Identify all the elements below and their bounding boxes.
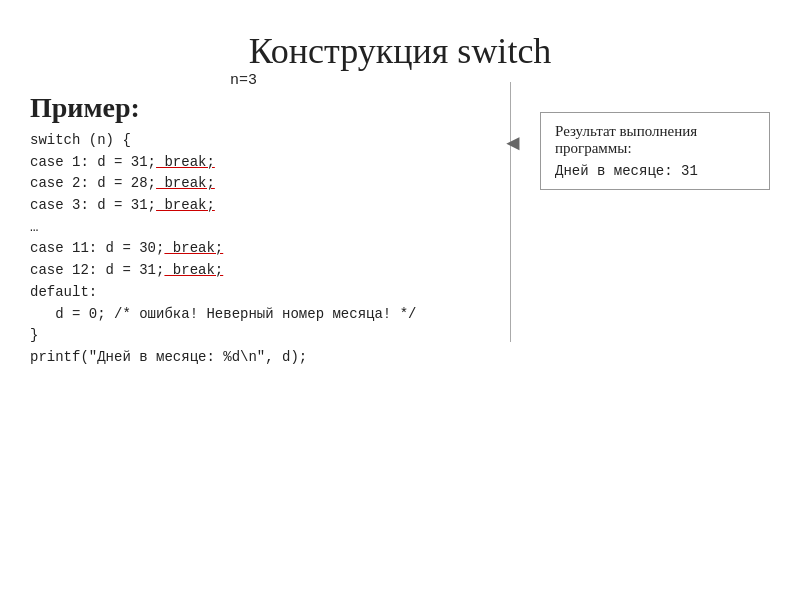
code-line-1: switch (n) { xyxy=(30,130,520,152)
break-3: break; xyxy=(156,197,215,213)
page: Конструкция switch n=3 Пример: switch (n… xyxy=(0,0,800,600)
vertical-divider xyxy=(510,82,511,342)
break-5: break; xyxy=(164,262,223,278)
code-line-7: case 12: d = 31; break; xyxy=(30,260,520,282)
right-section: Результат выполнения программы: Дней в м… xyxy=(540,112,770,190)
break-1: break; xyxy=(156,154,215,170)
code-line-11: printf("Дней в месяце: %d\n", d); xyxy=(30,347,520,369)
code-line-5: … xyxy=(30,217,520,239)
code-line-3: case 2: d = 28; break; xyxy=(30,173,520,195)
code-line-8: default: xyxy=(30,282,520,304)
content-area: n=3 Пример: switch (n) { case 1: d = 31;… xyxy=(30,92,770,369)
result-title: Результат выполнения программы: xyxy=(555,123,755,157)
result-value-text: Дней в месяце: 31 xyxy=(555,163,698,179)
break-4: break; xyxy=(164,240,223,256)
break-2: break; xyxy=(156,175,215,191)
n-label: n=3 xyxy=(230,72,257,89)
code-line-4: case 3: d = 31; break; xyxy=(30,195,520,217)
left-section: n=3 Пример: switch (n) { case 1: d = 31;… xyxy=(30,92,520,369)
primer-label: Пример: xyxy=(30,92,520,124)
code-block: switch (n) { case 1: d = 31; break; case… xyxy=(30,130,520,369)
arrow-indicator: ◄ xyxy=(502,132,524,154)
code-line-2: case 1: d = 31; break; xyxy=(30,152,520,174)
code-line-10: } xyxy=(30,325,520,347)
result-value: Дней в месяце: 31 xyxy=(555,163,755,179)
code-line-6: case 11: d = 30; break; xyxy=(30,238,520,260)
code-line-9: d = 0; /* ошибка! Неверный номер месяца!… xyxy=(30,304,520,326)
result-box: Результат выполнения программы: Дней в м… xyxy=(540,112,770,190)
page-title: Конструкция switch xyxy=(30,30,770,72)
